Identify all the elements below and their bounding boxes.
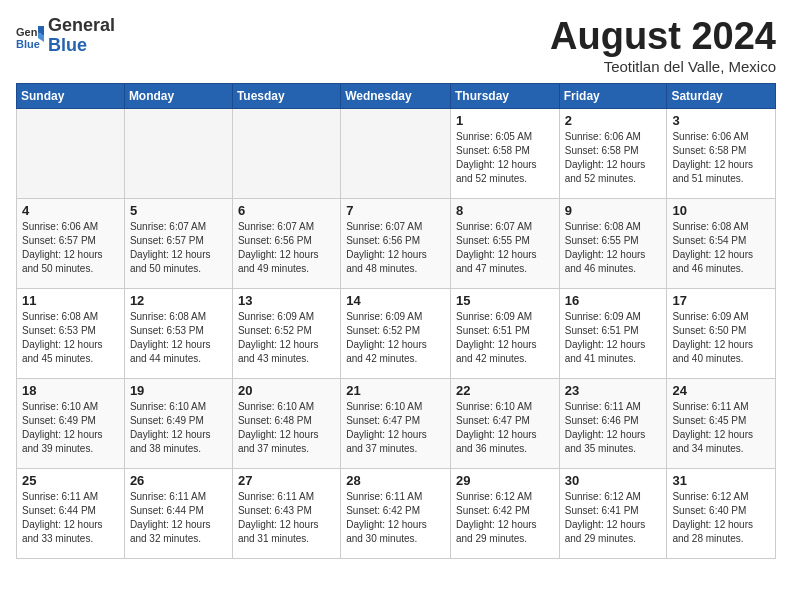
day-number: 18	[22, 383, 119, 398]
day-info: Sunrise: 6:09 AMSunset: 6:50 PMDaylight:…	[672, 310, 770, 366]
day-info: Sunrise: 6:10 AMSunset: 6:49 PMDaylight:…	[22, 400, 119, 456]
day-number: 5	[130, 203, 227, 218]
day-number: 13	[238, 293, 335, 308]
day-info: Sunrise: 6:08 AMSunset: 6:55 PMDaylight:…	[565, 220, 662, 276]
calendar-day-cell: 17Sunrise: 6:09 AMSunset: 6:50 PMDayligh…	[667, 288, 776, 378]
day-number: 17	[672, 293, 770, 308]
calendar-day-cell: 12Sunrise: 6:08 AMSunset: 6:53 PMDayligh…	[124, 288, 232, 378]
day-number: 30	[565, 473, 662, 488]
calendar-day-cell: 1Sunrise: 6:05 AMSunset: 6:58 PMDaylight…	[450, 108, 559, 198]
calendar-day-cell: 4Sunrise: 6:06 AMSunset: 6:57 PMDaylight…	[17, 198, 125, 288]
calendar-title: August 2024	[550, 16, 776, 58]
day-info: Sunrise: 6:05 AMSunset: 6:58 PMDaylight:…	[456, 130, 554, 186]
calendar-day-cell: 30Sunrise: 6:12 AMSunset: 6:41 PMDayligh…	[559, 468, 667, 558]
calendar-day-cell: 27Sunrise: 6:11 AMSunset: 6:43 PMDayligh…	[232, 468, 340, 558]
day-info: Sunrise: 6:06 AMSunset: 6:57 PMDaylight:…	[22, 220, 119, 276]
day-number: 8	[456, 203, 554, 218]
calendar-day-cell: 22Sunrise: 6:10 AMSunset: 6:47 PMDayligh…	[450, 378, 559, 468]
day-number: 15	[456, 293, 554, 308]
calendar-day-cell: 15Sunrise: 6:09 AMSunset: 6:51 PMDayligh…	[450, 288, 559, 378]
day-info: Sunrise: 6:10 AMSunset: 6:48 PMDaylight:…	[238, 400, 335, 456]
day-info: Sunrise: 6:11 AMSunset: 6:46 PMDaylight:…	[565, 400, 662, 456]
day-number: 29	[456, 473, 554, 488]
weekday-header: Tuesday	[232, 83, 340, 108]
calendar-day-cell: 9Sunrise: 6:08 AMSunset: 6:55 PMDaylight…	[559, 198, 667, 288]
calendar-day-cell: 8Sunrise: 6:07 AMSunset: 6:55 PMDaylight…	[450, 198, 559, 288]
title-area: August 2024 Teotitlan del Valle, Mexico	[550, 16, 776, 75]
day-number: 23	[565, 383, 662, 398]
day-number: 28	[346, 473, 445, 488]
page-header: General Blue General Blue August 2024 Te…	[16, 16, 776, 75]
day-number: 25	[22, 473, 119, 488]
day-info: Sunrise: 6:09 AMSunset: 6:51 PMDaylight:…	[565, 310, 662, 366]
day-info: Sunrise: 6:09 AMSunset: 6:51 PMDaylight:…	[456, 310, 554, 366]
day-number: 11	[22, 293, 119, 308]
day-number: 22	[456, 383, 554, 398]
calendar-day-cell: 16Sunrise: 6:09 AMSunset: 6:51 PMDayligh…	[559, 288, 667, 378]
day-info: Sunrise: 6:11 AMSunset: 6:42 PMDaylight:…	[346, 490, 445, 546]
calendar-day-cell	[232, 108, 340, 198]
weekday-header: Thursday	[450, 83, 559, 108]
calendar-day-cell: 14Sunrise: 6:09 AMSunset: 6:52 PMDayligh…	[341, 288, 451, 378]
calendar-week-row: 4Sunrise: 6:06 AMSunset: 6:57 PMDaylight…	[17, 198, 776, 288]
logo-blue-text: Blue	[48, 35, 87, 55]
day-number: 31	[672, 473, 770, 488]
calendar-day-cell	[17, 108, 125, 198]
day-info: Sunrise: 6:11 AMSunset: 6:44 PMDaylight:…	[130, 490, 227, 546]
day-number: 9	[565, 203, 662, 218]
calendar-day-cell: 23Sunrise: 6:11 AMSunset: 6:46 PMDayligh…	[559, 378, 667, 468]
day-number: 3	[672, 113, 770, 128]
day-number: 26	[130, 473, 227, 488]
day-info: Sunrise: 6:12 AMSunset: 6:41 PMDaylight:…	[565, 490, 662, 546]
day-number: 27	[238, 473, 335, 488]
calendar-day-cell: 31Sunrise: 6:12 AMSunset: 6:40 PMDayligh…	[667, 468, 776, 558]
logo: General Blue General Blue	[16, 16, 115, 56]
day-info: Sunrise: 6:07 AMSunset: 6:57 PMDaylight:…	[130, 220, 227, 276]
logo-general-text: General	[48, 15, 115, 35]
calendar-day-cell: 28Sunrise: 6:11 AMSunset: 6:42 PMDayligh…	[341, 468, 451, 558]
day-info: Sunrise: 6:07 AMSunset: 6:56 PMDaylight:…	[346, 220, 445, 276]
day-info: Sunrise: 6:11 AMSunset: 6:43 PMDaylight:…	[238, 490, 335, 546]
day-number: 21	[346, 383, 445, 398]
day-number: 6	[238, 203, 335, 218]
day-info: Sunrise: 6:11 AMSunset: 6:44 PMDaylight:…	[22, 490, 119, 546]
calendar-day-cell: 26Sunrise: 6:11 AMSunset: 6:44 PMDayligh…	[124, 468, 232, 558]
calendar-week-row: 18Sunrise: 6:10 AMSunset: 6:49 PMDayligh…	[17, 378, 776, 468]
calendar-day-cell: 20Sunrise: 6:10 AMSunset: 6:48 PMDayligh…	[232, 378, 340, 468]
calendar-day-cell: 21Sunrise: 6:10 AMSunset: 6:47 PMDayligh…	[341, 378, 451, 468]
calendar-day-cell: 11Sunrise: 6:08 AMSunset: 6:53 PMDayligh…	[17, 288, 125, 378]
day-info: Sunrise: 6:08 AMSunset: 6:53 PMDaylight:…	[22, 310, 119, 366]
day-info: Sunrise: 6:07 AMSunset: 6:55 PMDaylight:…	[456, 220, 554, 276]
weekday-header: Saturday	[667, 83, 776, 108]
calendar-day-cell: 25Sunrise: 6:11 AMSunset: 6:44 PMDayligh…	[17, 468, 125, 558]
weekday-header: Monday	[124, 83, 232, 108]
day-info: Sunrise: 6:09 AMSunset: 6:52 PMDaylight:…	[346, 310, 445, 366]
calendar-day-cell	[341, 108, 451, 198]
day-info: Sunrise: 6:08 AMSunset: 6:53 PMDaylight:…	[130, 310, 227, 366]
calendar-day-cell: 19Sunrise: 6:10 AMSunset: 6:49 PMDayligh…	[124, 378, 232, 468]
day-info: Sunrise: 6:12 AMSunset: 6:42 PMDaylight:…	[456, 490, 554, 546]
weekday-header: Friday	[559, 83, 667, 108]
calendar-week-row: 1Sunrise: 6:05 AMSunset: 6:58 PMDaylight…	[17, 108, 776, 198]
calendar-day-cell: 13Sunrise: 6:09 AMSunset: 6:52 PMDayligh…	[232, 288, 340, 378]
day-number: 24	[672, 383, 770, 398]
day-info: Sunrise: 6:06 AMSunset: 6:58 PMDaylight:…	[672, 130, 770, 186]
weekday-header: Sunday	[17, 83, 125, 108]
calendar-day-cell: 10Sunrise: 6:08 AMSunset: 6:54 PMDayligh…	[667, 198, 776, 288]
calendar-day-cell: 5Sunrise: 6:07 AMSunset: 6:57 PMDaylight…	[124, 198, 232, 288]
weekday-header-row: SundayMondayTuesdayWednesdayThursdayFrid…	[17, 83, 776, 108]
day-number: 19	[130, 383, 227, 398]
day-info: Sunrise: 6:10 AMSunset: 6:47 PMDaylight:…	[346, 400, 445, 456]
calendar-day-cell: 24Sunrise: 6:11 AMSunset: 6:45 PMDayligh…	[667, 378, 776, 468]
calendar-day-cell: 6Sunrise: 6:07 AMSunset: 6:56 PMDaylight…	[232, 198, 340, 288]
calendar-week-row: 25Sunrise: 6:11 AMSunset: 6:44 PMDayligh…	[17, 468, 776, 558]
day-info: Sunrise: 6:08 AMSunset: 6:54 PMDaylight:…	[672, 220, 770, 276]
day-info: Sunrise: 6:06 AMSunset: 6:58 PMDaylight:…	[565, 130, 662, 186]
logo-icon: General Blue	[16, 22, 44, 50]
day-number: 20	[238, 383, 335, 398]
day-info: Sunrise: 6:11 AMSunset: 6:45 PMDaylight:…	[672, 400, 770, 456]
day-number: 16	[565, 293, 662, 308]
day-info: Sunrise: 6:10 AMSunset: 6:47 PMDaylight:…	[456, 400, 554, 456]
calendar-subtitle: Teotitlan del Valle, Mexico	[550, 58, 776, 75]
day-number: 7	[346, 203, 445, 218]
